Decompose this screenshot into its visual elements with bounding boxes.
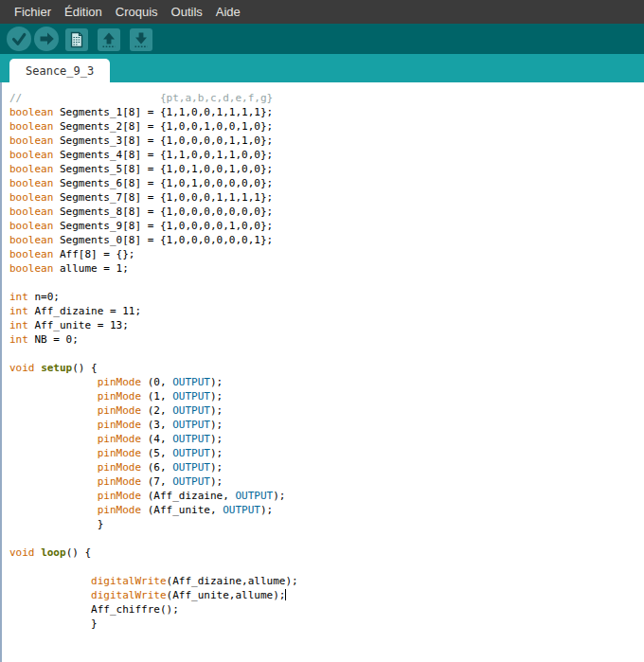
code-line: boolean Segments_9[8] = {1,0,0,0,0,1,0,0…: [9, 219, 644, 233]
code-line: int n=0;: [9, 290, 644, 304]
new-sketch-button[interactable]: [65, 28, 88, 51]
menu-item-outils[interactable]: Outils: [165, 5, 209, 19]
code-line: int Aff_unite = 13;: [9, 318, 644, 332]
code-line: void loop() {: [9, 546, 644, 560]
text-cursor: [285, 589, 286, 600]
code-line: Aff_chiffre();: [9, 602, 644, 617]
code-line: [9, 276, 644, 290]
code-line: boolean allume = 1;: [9, 261, 644, 276]
code-line: pinMode (7, OUTPUT);: [9, 474, 644, 489]
code-line: [9, 531, 644, 546]
code-line: void setup() {: [9, 361, 644, 375]
code-line: // {pt,a,b,c,d,e,f,g}: [9, 91, 644, 105]
code-line: boolean Segments_4[8] = {1,1,0,0,1,1,0,0…: [9, 148, 644, 162]
upload-button[interactable]: [34, 27, 59, 51]
code-line: }: [9, 517, 644, 531]
verify-button[interactable]: [7, 27, 31, 51]
arrow-right-icon: [34, 27, 59, 51]
code-line: boolean Aff[8] = {};: [9, 247, 644, 261]
code-line: [9, 347, 644, 361]
code-line: pinMode (1, OUTPUT);: [9, 389, 644, 403]
tab-label: Seance_9_3: [26, 64, 94, 78]
toolbar: [0, 24, 644, 54]
code-line: int NB = 0;: [9, 332, 644, 347]
menu-item-croquis[interactable]: Croquis: [109, 5, 165, 19]
code-line: pinMode (3, OUTPUT);: [9, 418, 644, 432]
code-line: digitalWrite(Aff_unite,allume);: [9, 588, 644, 602]
arrow-up-icon: [98, 28, 120, 51]
code-editor[interactable]: // {pt,a,b,c,d,e,f,g}boolean Segments_1[…: [0, 82, 644, 662]
arduino-ide-window: FichierÉditionCroquisOutilsAide: [0, 0, 644, 662]
save-button[interactable]: [130, 28, 152, 51]
code-line: boolean Segments_7[8] = {1,0,0,0,1,1,1,1…: [9, 190, 644, 205]
code-line: boolean Segments_3[8] = {1,0,0,0,0,1,1,0…: [9, 134, 644, 148]
menu-bar: FichierÉditionCroquisOutilsAide: [0, 0, 644, 24]
code-line: boolean Segments_2[8] = {1,0,0,1,0,0,1,0…: [9, 119, 644, 134]
code-line: boolean Segments_8[8] = {1,0,0,0,0,0,0,0…: [9, 205, 644, 219]
code-line: boolean Segments_5[8] = {1,0,1,0,0,1,0,0…: [9, 162, 644, 176]
tab-seance-9-3[interactable]: Seance_9_3: [9, 59, 110, 82]
menu-item-edition[interactable]: Édition: [58, 5, 109, 19]
code-line: digitalWrite(Aff_dizaine,allume);: [9, 574, 644, 588]
code-line: pinMode (Aff_dizaine, OUTPUT);: [9, 489, 644, 503]
menu-item-aide[interactable]: Aide: [209, 5, 247, 19]
document-icon: [65, 28, 88, 51]
code-line: pinMode (5, OUTPUT);: [9, 446, 644, 460]
code-line: pinMode (Aff_unite, OUTPUT);: [9, 503, 644, 517]
menu-item-fichier[interactable]: Fichier: [8, 5, 58, 19]
code-line: boolean Segments_6[8] = {1,0,1,0,0,0,0,0…: [9, 176, 644, 190]
code-line: [9, 560, 644, 574]
code-line: pinMode (6, OUTPUT);: [9, 460, 644, 474]
open-button[interactable]: [98, 28, 120, 51]
code-line: pinMode (4, OUTPUT);: [9, 432, 644, 446]
code-line: pinMode (0, OUTPUT);: [9, 375, 644, 389]
tab-bar: Seance_9_3: [0, 54, 644, 82]
arrow-down-icon: [130, 28, 152, 51]
code-line: boolean Segments_1[8] = {1,1,0,0,1,1,1,1…: [9, 105, 644, 119]
check-icon: [7, 27, 31, 51]
code-line: }: [9, 617, 644, 631]
code-line: int Aff_dizaine = 11;: [9, 304, 644, 318]
code-line: boolean Segments_0[8] = {1,0,0,0,0,0,0,1…: [9, 233, 644, 247]
code-line: pinMode (2, OUTPUT);: [9, 403, 644, 418]
